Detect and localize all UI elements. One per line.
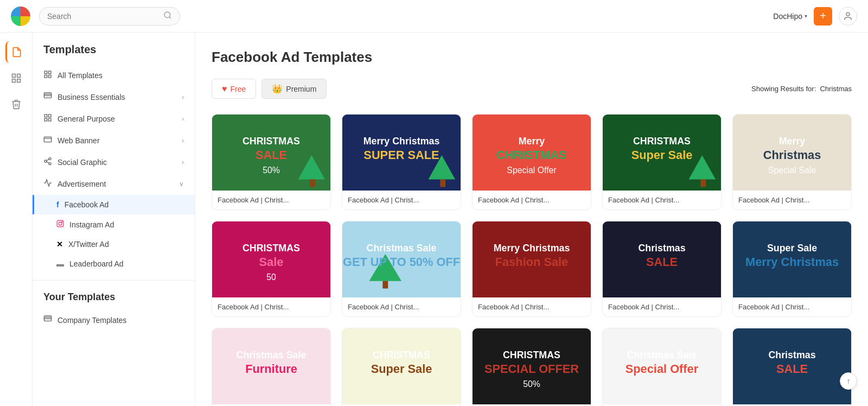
svg-point-20 xyxy=(49,157,51,160)
svg-text:SALE: SALE xyxy=(256,148,287,162)
nav-item-all-templates[interactable]: All Templates xyxy=(33,65,195,86)
svg-text:Super Sale: Super Sale xyxy=(631,148,693,162)
svg-text:Merry: Merry xyxy=(779,136,806,147)
template-label: Facebook Ad | Christ... xyxy=(342,191,461,210)
general-purpose-arrow: › xyxy=(182,115,184,123)
template-card[interactable]: ChristmasSALEChristmas SALE Facebook Ad … xyxy=(732,328,852,406)
search-input[interactable] xyxy=(47,12,159,21)
advertisement-icon xyxy=(43,179,52,189)
web-banner-arrow: › xyxy=(182,137,184,144)
svg-rect-17 xyxy=(44,118,47,121)
template-card[interactable]: Christmas SaleSpecial OfferFacebook Ad |… xyxy=(602,328,722,406)
facebook-ad-icon: f xyxy=(56,200,59,209)
advertisement-arrow: ∨ xyxy=(179,180,184,188)
svg-rect-39 xyxy=(440,180,445,187)
template-card[interactable]: Christmas SaleFurnitureFacebook Ad | Chr… xyxy=(212,328,331,406)
template-card[interactable]: Merry ChristmasSUPER SALEFacebook Ad | C… xyxy=(342,114,461,210)
showing-results: Showing Results for: Christmas xyxy=(751,85,852,93)
svg-rect-11 xyxy=(44,93,51,98)
nav-sub-leaderboard-ad[interactable]: ▬ Leaderboard Ad xyxy=(33,254,195,274)
topbar: DocHipo ▾ + xyxy=(0,0,868,33)
template-card[interactable]: MerryCHRISTMASSpecial OfferFacebook Ad |… xyxy=(472,114,591,210)
svg-text:Christmas: Christmas xyxy=(763,148,821,162)
svg-text:CHRISTMAS: CHRISTMAS xyxy=(373,350,430,360)
template-label: Facebook Ad | Christ... xyxy=(342,297,461,316)
svg-rect-14 xyxy=(44,115,47,117)
nav-divider xyxy=(33,280,195,281)
svg-text:GET UP TO 50% OFF: GET UP TO 50% OFF xyxy=(343,255,460,269)
nav-sidebar: Templates All Templates Business Essenti… xyxy=(33,33,195,406)
svg-rect-10 xyxy=(44,75,47,78)
template-card[interactable]: Super SaleMerry ChristmasFacebook Ad | C… xyxy=(732,221,852,317)
leaderboard-ad-label: Leaderboard Ad xyxy=(69,259,124,268)
user-avatar[interactable] xyxy=(839,7,857,26)
svg-rect-9 xyxy=(48,75,51,78)
instagram-ad-icon xyxy=(56,220,64,229)
nav-item-company-templates[interactable]: Company Templates xyxy=(33,309,195,331)
sidebar-icon-templates[interactable] xyxy=(5,67,27,89)
crown-icon: 👑 xyxy=(272,84,283,94)
filter-bar: ♥ Free 👑 Premium Showing Results for: Ch… xyxy=(212,79,852,99)
filter-free-button[interactable]: ♥ Free xyxy=(212,79,256,99)
showing-results-query: Christmas xyxy=(820,85,852,93)
sidebar-icon-document[interactable] xyxy=(5,41,27,63)
svg-rect-18 xyxy=(44,137,51,142)
dochipo-dropdown[interactable]: DocHipo ▾ xyxy=(773,12,807,21)
nav-item-web-banner[interactable]: Web Banner › xyxy=(33,130,195,151)
svg-text:Merry Christmas: Merry Christmas xyxy=(363,136,440,147)
nav-sub-facebook-ad[interactable]: f Facebook Ad xyxy=(33,195,195,214)
template-card[interactable]: CHRISTMASSuper SaleFacebook Ad | Christ.… xyxy=(602,114,722,210)
facebook-ad-label: Facebook Ad xyxy=(65,200,109,209)
template-card[interactable]: ChristmasSALEFacebook Ad | Christ... xyxy=(602,221,722,317)
svg-line-1 xyxy=(169,17,171,18)
svg-text:Super Sale: Super Sale xyxy=(767,243,817,253)
svg-point-27 xyxy=(62,221,62,222)
template-card[interactable]: CHRISTMASSuper SaleFacebook Ad | Christ.… xyxy=(342,328,461,406)
showing-results-prefix: Showing Results for: xyxy=(751,85,816,93)
svg-text:50: 50 xyxy=(266,272,276,282)
all-templates-icon xyxy=(43,70,52,81)
svg-rect-5 xyxy=(17,79,20,83)
svg-text:50%: 50% xyxy=(523,379,540,389)
svg-rect-15 xyxy=(48,115,51,117)
template-label: Facebook Ad | Christ... xyxy=(733,297,851,316)
svg-text:CHRISTMAS: CHRISTMAS xyxy=(242,136,300,147)
logo-icon[interactable] xyxy=(11,7,30,26)
template-card[interactable]: Merry ChristmasFashion SaleFacebook Ad |… xyxy=(472,221,591,317)
svg-point-0 xyxy=(164,12,170,18)
nav-sub-instagram-ad[interactable]: Instagram Ad xyxy=(33,214,195,234)
filter-premium-button[interactable]: 👑 Premium xyxy=(261,79,327,99)
business-essentials-icon xyxy=(43,92,52,103)
general-purpose-label: General Purpose xyxy=(58,115,115,123)
nav-item-business-essentials[interactable]: Business Essentials › xyxy=(33,86,195,108)
scroll-top-button[interactable]: ↑ xyxy=(840,372,857,390)
create-button[interactable]: + xyxy=(814,7,832,26)
template-grid: CHRISTMASSALE50%Facebook Ad | Christ...M… xyxy=(212,114,852,406)
svg-rect-48 xyxy=(700,180,706,187)
chevron-down-icon: ▾ xyxy=(805,13,807,19)
icon-sidebar xyxy=(0,33,33,406)
svg-rect-7 xyxy=(44,71,47,74)
main-content: Facebook Ad Templates ♥ Free 👑 Premium S… xyxy=(195,33,868,406)
main-layout: Templates All Templates Business Essenti… xyxy=(0,33,868,406)
template-card[interactable]: CHRISTMASSale50Facebook Ad | Christ... xyxy=(212,221,331,317)
template-label: Facebook Ad | Christ... xyxy=(603,297,721,316)
filter-buttons: ♥ Free 👑 Premium xyxy=(212,79,327,99)
nav-item-general-purpose[interactable]: General Purpose › xyxy=(33,108,195,130)
nav-item-advertisement[interactable]: Advertisement ∨ xyxy=(33,173,195,195)
template-card[interactable]: Christmas SaleGET UP TO 50% OFFFacebook … xyxy=(342,221,461,317)
sidebar-icon-trash[interactable] xyxy=(5,93,27,115)
template-card[interactable]: CHRISTMASSALE50%Facebook Ad | Christ... xyxy=(212,114,331,210)
template-card[interactable]: MerryChristmasSpecial SaleFacebook Ad | … xyxy=(732,114,852,210)
leaderboard-ad-icon: ▬ xyxy=(56,259,64,268)
template-label: Facebook Ad | Christ... xyxy=(212,191,330,210)
topbar-left xyxy=(11,7,180,26)
dochipo-label: DocHipo xyxy=(773,12,802,21)
svg-rect-28 xyxy=(44,316,51,321)
svg-text:Super Sale: Super Sale xyxy=(371,362,432,376)
nav-item-social-graphic[interactable]: Social Graphic › xyxy=(33,151,195,173)
template-card[interactable]: CHRISTMASSPECIAL OFFER50%Facebook Ad | C… xyxy=(472,328,591,406)
nav-sub-twitter-ad[interactable]: ✕ X/Twitter Ad xyxy=(33,234,195,254)
svg-text:Special Sale: Special Sale xyxy=(768,166,816,175)
svg-text:CHRISTMAS: CHRISTMAS xyxy=(633,136,691,147)
